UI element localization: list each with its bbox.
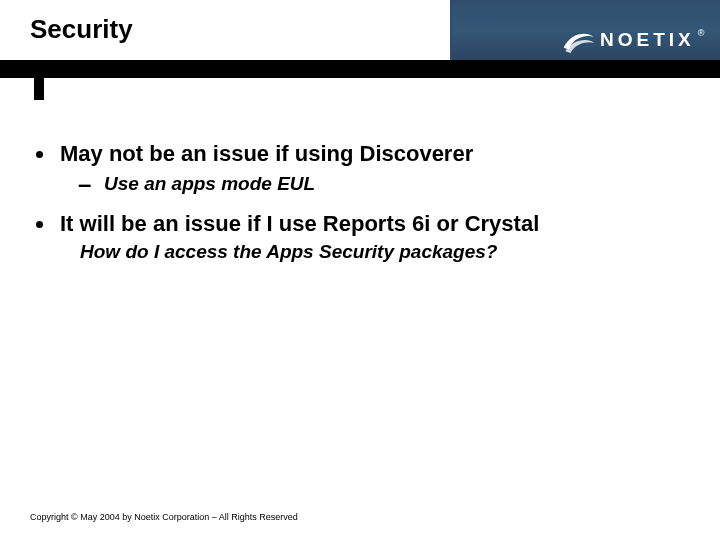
bullet-text: It will be an issue if I use Reports 6i … xyxy=(60,210,690,238)
sub-bullet-item: – Use an apps mode EUL xyxy=(60,172,690,197)
bullet-item: It will be an issue if I use Reports 6i … xyxy=(36,210,690,264)
bullet-text: May not be an issue if using Discoverer xyxy=(60,140,690,168)
header-bar: Security NOETIX ® xyxy=(0,0,720,78)
brand-logo: NOETIX ® xyxy=(562,20,702,62)
dash-icon: – xyxy=(78,172,91,196)
sub-bullet-list: – Use an apps mode EUL xyxy=(60,172,690,197)
bullet-dot-icon xyxy=(36,151,43,158)
swoosh-icon xyxy=(562,27,596,55)
sub-bullet-text: Use an apps mode EUL xyxy=(104,172,690,197)
bullet-dot-icon xyxy=(36,221,43,228)
slide: Security NOETIX ® May not be an issue if… xyxy=(0,0,720,540)
copyright-footer: Copyright © May 2004 by Noetix Corporati… xyxy=(30,512,298,522)
content-area: May not be an issue if using Discoverer … xyxy=(36,140,690,278)
bullet-item: May not be an issue if using Discoverer … xyxy=(36,140,690,196)
header-black-strip xyxy=(0,60,720,78)
page-title: Security xyxy=(30,14,133,45)
title-spine xyxy=(34,78,44,100)
registered-mark: ® xyxy=(698,28,705,38)
title-box: Security xyxy=(0,0,452,60)
follow-text: How do I access the Apps Security packag… xyxy=(80,240,690,265)
bullet-list: May not be an issue if using Discoverer … xyxy=(36,140,690,264)
brand-name: NOETIX xyxy=(600,29,695,51)
